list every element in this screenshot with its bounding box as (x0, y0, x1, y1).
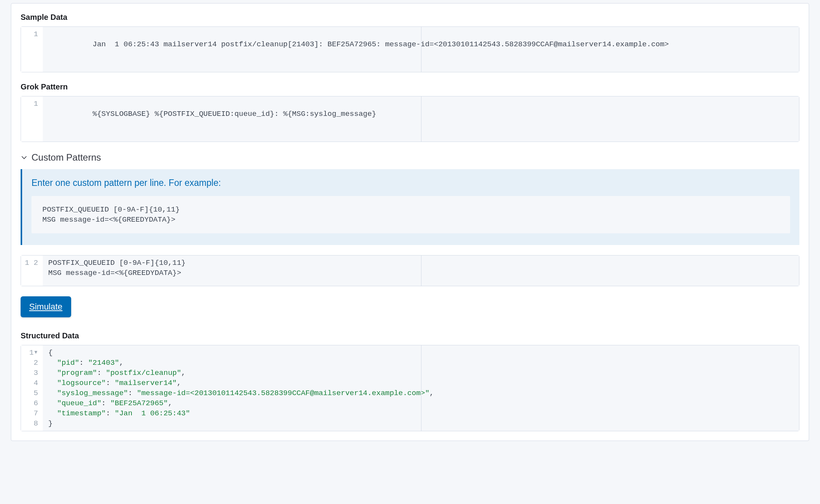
grok-pattern-block: Grok Pattern 1 %{SYSLOGBASE} %{POSTFIX_Q… (21, 82, 799, 142)
custom-patterns-callout: Enter one custom pattern per line. For e… (21, 169, 799, 245)
structured-data-gutter: 1▾ 2 3 4 5 6 7 8 (21, 345, 43, 431)
custom-patterns-label: Custom Patterns (31, 152, 101, 163)
custom-patterns-gutter: 1 2 (21, 256, 43, 286)
json-line: { (48, 348, 794, 358)
json-line: "syslog_message": "message-id=<201301011… (48, 388, 794, 398)
simulate-button[interactable]: Simulate (21, 296, 71, 317)
editor-center-guide (421, 27, 421, 72)
grok-pattern-code[interactable]: %{SYSLOGBASE} %{POSTFIX_QUEUEID:queue_id… (43, 96, 799, 142)
sample-data-editor[interactable]: 1 Jan 1 06:25:43 mailserver14 postfix/cl… (21, 26, 799, 72)
callout-title: Enter one custom pattern per line. For e… (31, 178, 790, 188)
grok-pattern-label: Grok Pattern (21, 82, 799, 91)
code-line: %{SYSLOGBASE} %{POSTFIX_QUEUEID:queue_id… (93, 110, 376, 118)
sample-data-code[interactable]: Jan 1 06:25:43 mailserver14 postfix/clea… (43, 27, 799, 72)
json-line: } (48, 418, 794, 429)
json-line: "pid": "21403", (48, 358, 794, 368)
editor-center-guide (421, 256, 421, 286)
callout-line-2: MSG message-id=<%{GREEDYDATA}> (42, 215, 175, 224)
sample-data-gutter: 1 (21, 27, 43, 72)
callout-example: POSTFIX_QUEUEID [0-9A-F]{10,11} MSG mess… (31, 196, 790, 233)
editor-center-guide (421, 96, 421, 142)
json-line: "queue_id": "BEF25A72965", (48, 398, 794, 408)
callout-line-1: POSTFIX_QUEUEID [0-9A-F]{10,11} (42, 205, 180, 214)
sample-data-block: Sample Data 1 Jan 1 06:25:43 mailserver1… (21, 13, 799, 72)
chevron-down-icon (21, 154, 28, 161)
json-line: "program": "postfix/cleanup", (48, 368, 794, 378)
grok-pattern-editor[interactable]: 1 %{SYSLOGBASE} %{POSTFIX_QUEUEID:queue_… (21, 96, 799, 142)
code-line: POSTFIX_QUEUEID [0-9A-F]{10,11} (48, 259, 185, 267)
code-line: Jan 1 06:25:43 mailserver14 postfix/clea… (93, 40, 669, 49)
grok-pattern-gutter: 1 (21, 96, 43, 142)
grok-debugger-panel: Sample Data 1 Jan 1 06:25:43 mailserver1… (11, 3, 809, 441)
custom-patterns-editor[interactable]: 1 2 POSTFIX_QUEUEID [0-9A-F]{10,11} MSG … (21, 255, 799, 286)
json-line: "logsource": "mailserver14", (48, 378, 794, 388)
custom-patterns-code[interactable]: POSTFIX_QUEUEID [0-9A-F]{10,11} MSG mess… (43, 256, 799, 286)
structured-data-code[interactable]: { "pid": "21403", "program": "postfix/cl… (43, 345, 799, 431)
custom-patterns-toggle[interactable]: Custom Patterns (21, 152, 799, 163)
sample-data-label: Sample Data (21, 13, 799, 22)
structured-data-editor[interactable]: 1▾ 2 3 4 5 6 7 8 { "pid": "21403", "prog… (21, 345, 799, 431)
structured-data-block: Structured Data 1▾ 2 3 4 5 6 7 8 { "pid"… (21, 331, 799, 431)
json-line: "timestamp": "Jan 1 06:25:43" (48, 408, 794, 418)
code-line: MSG message-id=<%{GREEDYDATA}> (48, 269, 181, 277)
structured-data-label: Structured Data (21, 331, 799, 340)
custom-patterns-block: Custom Patterns Enter one custom pattern… (21, 152, 799, 286)
